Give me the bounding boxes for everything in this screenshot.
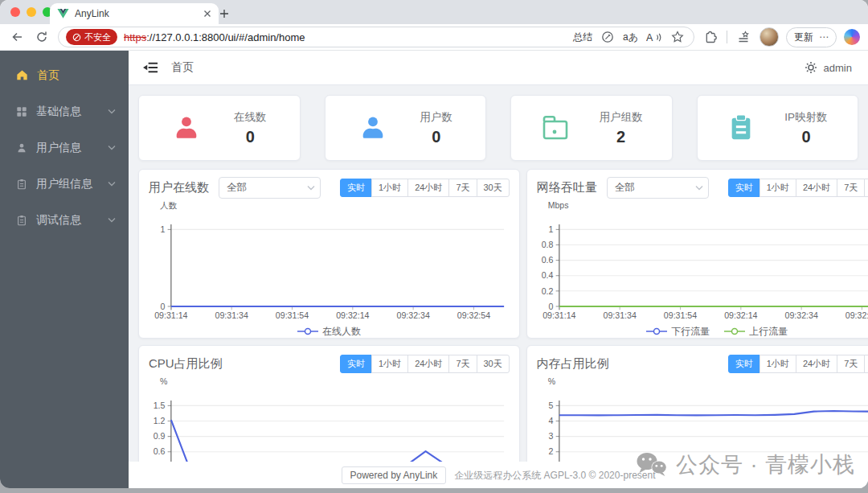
- svg-text:1.2: 1.2: [154, 416, 166, 425]
- legend-marker-icon: [297, 327, 318, 335]
- time-filter-group: 实时1小时24小时7天30天: [728, 179, 868, 197]
- legend-item[interactable]: 在线人数: [297, 325, 361, 339]
- time-filter-button[interactable]: 24小时: [796, 179, 837, 197]
- breadcrumb[interactable]: 首页: [171, 60, 194, 75]
- minimize-window-button[interactable]: [27, 7, 36, 17]
- clipboard-icon: [727, 113, 755, 142]
- time-filter-button[interactable]: 实时: [728, 179, 760, 197]
- extensions-icon[interactable]: [702, 28, 719, 46]
- time-filter-button[interactable]: 1小时: [371, 355, 408, 373]
- time-filter-button[interactable]: 实时: [340, 355, 372, 373]
- stat-card-user-groups: 用户组数 2: [510, 95, 673, 161]
- time-filter-button[interactable]: 实时: [728, 355, 760, 373]
- svg-text:3: 3: [548, 431, 553, 441]
- scope-select[interactable]: 全部: [607, 177, 709, 199]
- svg-text:09:31:54: 09:31:54: [276, 310, 309, 320]
- time-filter-button[interactable]: 实时: [340, 179, 372, 197]
- stat-card-users: 用户数 0: [325, 95, 487, 161]
- chart-legend: 在线人数: [145, 325, 513, 338]
- legend-label: 下行流量: [671, 325, 710, 339]
- svg-text:0.8: 0.8: [541, 240, 553, 249]
- chart-title: 内存占用比例: [537, 356, 609, 372]
- clipboard-icon: [16, 179, 27, 190]
- powered-by-chip[interactable]: Powered by AnyLink: [342, 466, 447, 484]
- svg-text:09:31:14: 09:31:14: [542, 310, 575, 320]
- chevron-down-icon: [695, 185, 703, 191]
- sidebar-item-debug-info[interactable]: 调试信息: [0, 202, 129, 238]
- stat-label: IP映射数: [784, 110, 827, 125]
- gear-icon: [805, 61, 817, 74]
- summarize-label[interactable]: 总结: [573, 31, 592, 44]
- browser-tab[interactable]: AnyLink: [50, 3, 219, 24]
- refresh-button[interactable]: [33, 28, 51, 46]
- favorite-star-icon[interactable]: [669, 28, 686, 46]
- time-filter-button[interactable]: 30天: [864, 179, 868, 197]
- address-bar[interactable]: 不安全 https://127.0.0.1:8800/ui/#/admin/ho…: [58, 27, 694, 47]
- svg-text:0.6: 0.6: [541, 255, 553, 265]
- tab-close-icon[interactable]: [203, 10, 211, 18]
- sidebar-item-label: 用户组信息: [36, 177, 99, 191]
- new-tab-button[interactable]: [215, 5, 233, 23]
- copilot-icon[interactable]: [844, 29, 860, 45]
- svg-text:09:32:34: 09:32:34: [396, 310, 429, 320]
- collapse-menu-icon[interactable]: [143, 61, 158, 74]
- more-menu-icon[interactable]: ⋯: [819, 31, 829, 43]
- chart-title: 用户在线数: [149, 180, 209, 195]
- axis-unit-label: Mbps: [548, 200, 868, 211]
- legend-item[interactable]: 下行流量: [646, 325, 710, 339]
- svg-text:09:32:54: 09:32:54: [845, 310, 868, 320]
- sidebar-item-user-info[interactable]: 用户信息: [0, 129, 129, 166]
- scope-select[interactable]: 全部: [219, 177, 321, 199]
- back-button[interactable]: [8, 28, 26, 46]
- time-filter-button[interactable]: 24小时: [407, 355, 449, 373]
- svg-text:1: 1: [548, 224, 553, 234]
- collections-icon[interactable]: [735, 28, 752, 46]
- translate-icon[interactable]: aあ: [623, 31, 638, 44]
- chevron-down-icon: [108, 145, 116, 150]
- time-filter-button[interactable]: 30天: [864, 355, 868, 373]
- sidebar-item-basic-info[interactable]: 基础信息: [0, 93, 129, 129]
- svg-text:0.2: 0.2: [541, 286, 553, 296]
- chevron-down-icon: [108, 181, 116, 187]
- time-filter-button[interactable]: 24小时: [407, 179, 449, 197]
- time-filter-button[interactable]: 30天: [477, 355, 510, 373]
- update-button[interactable]: 更新 ⋯: [786, 27, 837, 47]
- time-filter-button[interactable]: 1小时: [760, 355, 796, 373]
- time-filter-button[interactable]: 1小时: [760, 179, 796, 197]
- svg-text:09:31:34: 09:31:34: [603, 310, 636, 320]
- legend-item[interactable]: 上行流量: [724, 325, 788, 339]
- summarize-pen-icon[interactable]: [599, 28, 616, 46]
- security-badge[interactable]: 不安全: [66, 29, 117, 45]
- sidebar-item-home[interactable]: 首页: [0, 57, 129, 93]
- time-filter-button[interactable]: 7天: [837, 355, 865, 373]
- dashboard-content: 在线数 0 用户数 0: [129, 85, 868, 488]
- time-filter-button[interactable]: 7天: [448, 355, 477, 373]
- svg-text:09:31:14: 09:31:14: [154, 310, 187, 320]
- svg-text:1: 1: [161, 224, 166, 234]
- svg-text:5: 5: [548, 401, 553, 410]
- time-filter-button[interactable]: 30天: [477, 179, 510, 197]
- time-filter-button[interactable]: 24小时: [796, 355, 837, 373]
- browser-window: AnyLink 不安全 https://12: [0, 0, 868, 488]
- time-filter-button[interactable]: 1小时: [371, 179, 408, 197]
- browser-toolbar: 不安全 https://127.0.0.1:8800/ui/#/admin/ho…: [0, 24, 868, 51]
- anylink-app: 首页 基础信息 用户信息: [0, 51, 868, 488]
- profile-avatar[interactable]: [760, 27, 779, 47]
- folder-icon: [540, 113, 571, 142]
- series-line: [559, 411, 868, 415]
- update-label: 更新: [794, 31, 813, 44]
- time-filter-button[interactable]: 7天: [837, 179, 865, 197]
- close-window-button[interactable]: [10, 7, 20, 17]
- stat-label: 用户组数: [600, 110, 643, 125]
- svg-text:0.4: 0.4: [541, 270, 553, 280]
- scope-select-value: 全部: [615, 181, 635, 195]
- sidebar-item-user-group-info[interactable]: 用户组信息: [0, 166, 129, 202]
- watermark: 公众号 · 青檬小栈: [636, 450, 855, 479]
- home-icon: [16, 69, 28, 81]
- user-menu[interactable]: admin: [805, 61, 852, 74]
- read-aloud-icon[interactable]: A: [645, 28, 662, 46]
- axis-unit-label: %: [548, 376, 868, 387]
- time-filter-button[interactable]: 7天: [448, 179, 477, 197]
- chevron-down-icon: [307, 185, 315, 191]
- url-text: https://127.0.0.1:8800/ui/#/admin/home: [124, 31, 305, 43]
